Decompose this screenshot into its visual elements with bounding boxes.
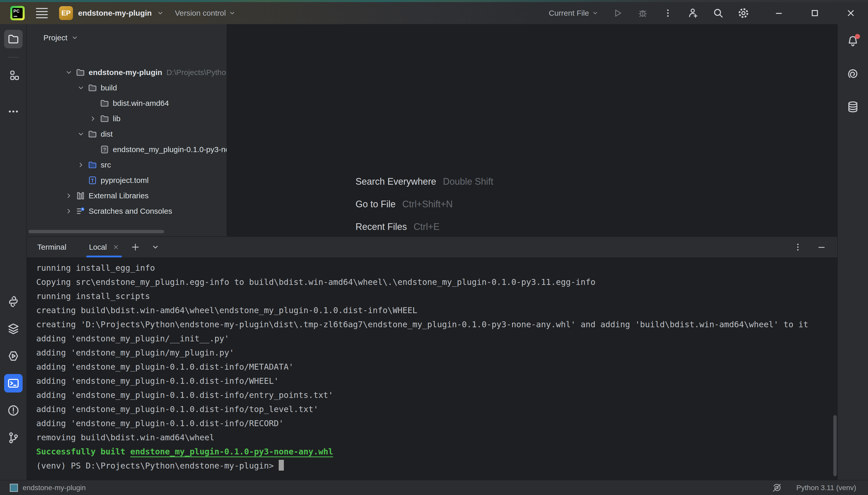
svg-text:?: ? — [103, 147, 106, 152]
terminal-line: running install_egg_info — [36, 261, 837, 275]
status-project-widget[interactable]: endstone-my-plugin — [10, 484, 86, 492]
scratches-icon — [76, 206, 85, 216]
terminal-tool-button[interactable] — [4, 374, 22, 393]
terminal-tab-dropdown-icon[interactable] — [152, 243, 159, 251]
folder-icon — [100, 99, 109, 108]
run-button[interactable] — [612, 7, 624, 19]
ai-assistant-icon — [847, 68, 859, 80]
project-tool-button[interactable] — [4, 30, 22, 48]
settings-button[interactable] — [737, 7, 749, 19]
debug-button[interactable] — [637, 7, 649, 19]
shortcut-search-everywhere: Search Everywhere Double Shift — [356, 176, 493, 187]
terminal-line: creating build\bdist.win-amd64\wheel\end… — [36, 303, 837, 318]
terminal-vertical-scrollbar[interactable] — [833, 415, 837, 476]
services-tool-button[interactable] — [4, 347, 22, 365]
terminal-tab-local[interactable]: Local — [86, 237, 121, 257]
editor-empty-state-shortcuts: Search Everywhere Double Shift Go to Fil… — [356, 176, 493, 232]
shortcut-recent-files: Recent Files Ctrl+E — [356, 221, 493, 232]
project-panel: Project endstone-my-plugin D:\Projects\P… — [27, 24, 227, 236]
terminal-success-line: Successfully built endstone_my_plugin-0.… — [36, 445, 837, 459]
tree-row-build[interactable]: build — [27, 80, 226, 96]
python-packages-tool-button[interactable] — [4, 320, 22, 338]
terminal-line: removing build\bdist.win-amd64\wheel — [36, 430, 837, 445]
folder-icon — [88, 83, 97, 92]
terminal-line: adding 'endstone_my_plugin-0.1.0.dist-in… — [36, 360, 837, 374]
tree-row-wheel-file[interactable]: ? endstone_my_plugin-0.1.0-py3-none-any.… — [27, 142, 226, 157]
tool-strip-divider — [8, 57, 19, 57]
status-bar: endstone-my-plugin Python 3.11 (venv) — [0, 480, 868, 495]
project-badge: EP — [59, 6, 73, 20]
project-tree: endstone-my-plugin D:\Projects\Python\ b… — [27, 65, 226, 219]
project-panel-header[interactable]: Project — [27, 24, 226, 42]
notifications-tool-button[interactable] — [844, 32, 862, 50]
terminal-line: running install_scripts — [36, 289, 837, 303]
tree-row-src[interactable]: src — [27, 157, 226, 173]
tree-row-lib[interactable]: lib — [27, 111, 226, 126]
tree-row-bdist-win-amd64[interactable]: bdist.win-amd64 — [27, 96, 226, 111]
database-tool-button[interactable] — [844, 98, 862, 116]
tree-row-scratches-and-consoles[interactable]: Scratches and Consoles — [27, 203, 226, 219]
tree-row-pyproject-toml[interactable]: T pyproject.toml — [27, 173, 226, 188]
close-tab-icon[interactable] — [113, 244, 119, 251]
tree-row-dist[interactable]: dist — [27, 126, 226, 142]
terminal-header: Terminal Local — [27, 237, 837, 257]
left-tool-strip — [0, 24, 27, 480]
terminal-line: adding 'endstone_my_plugin/my_plugin.py' — [36, 346, 837, 360]
status-project-icon — [10, 484, 18, 492]
source-folder-icon — [88, 160, 97, 170]
project-panel-horizontal-scrollbar[interactable] — [29, 230, 164, 233]
maximize-button[interactable] — [809, 7, 821, 19]
main-menu-button[interactable] — [36, 8, 48, 18]
tree-row-external-libraries[interactable]: External Libraries — [27, 188, 226, 203]
close-button[interactable] — [845, 7, 857, 19]
ai-assistant-tool-button[interactable] — [844, 65, 862, 83]
more-actions-button[interactable] — [662, 7, 674, 19]
notification-badge — [855, 34, 860, 39]
folder-icon — [100, 114, 109, 123]
background-window-sliver — [0, 0, 868, 2]
terminal-output[interactable]: running install_egg_info Copying src\end… — [27, 257, 837, 480]
chevron-down-icon — [65, 69, 72, 76]
terminal-cursor — [279, 460, 284, 471]
chevron-down-icon — [71, 34, 78, 41]
terminal-options-icon[interactable] — [794, 243, 802, 252]
minimize-button[interactable] — [773, 7, 785, 19]
unknown-file-icon: ? — [100, 145, 109, 154]
chevron-right-icon — [89, 115, 97, 122]
editor-area: Search Everywhere Double Shift Go to Fil… — [227, 24, 837, 236]
terminal-panel: Terminal Local running install_egg_info — [27, 236, 837, 480]
folder-icon — [88, 130, 97, 139]
terminal-line: adding 'endstone_my_plugin-0.1.0.dist-in… — [36, 388, 837, 402]
new-terminal-tab-icon[interactable] — [131, 243, 140, 252]
search-everywhere-button[interactable] — [712, 7, 724, 19]
more-tool-windows-button[interactable] — [4, 102, 22, 121]
structure-tool-button[interactable] — [4, 66, 22, 85]
library-icon — [76, 191, 85, 200]
run-configuration-selector[interactable]: Current File — [549, 9, 598, 17]
terminal-prompt-line: (venv) PS D:\Projects\Python\endstone-my… — [36, 459, 837, 473]
python-console-tool-button[interactable] — [4, 292, 22, 311]
wheel-file-link[interactable]: endstone_my_plugin-0.1.0-py3-none-any.wh… — [130, 447, 333, 457]
terminal-line: adding 'endstone_my_plugin-0.1.0.dist-in… — [36, 416, 837, 430]
code-with-me-button[interactable] — [687, 7, 699, 19]
terminal-line: adding 'endstone_my_plugin-0.1.0.dist-in… — [36, 402, 837, 416]
toml-file-icon: T — [88, 176, 97, 185]
problems-tool-button[interactable] — [4, 401, 22, 420]
chevron-right-icon — [65, 208, 72, 215]
folder-icon — [76, 68, 85, 77]
shortcut-go-to-file: Go to File Ctrl+Shift+N — [356, 199, 493, 210]
pycharm-logo-icon: PC — [10, 6, 25, 20]
chevron-down-icon — [592, 10, 598, 16]
right-tool-strip — [837, 24, 868, 480]
titlebar: PC EP endstone-my-plugin Version control… — [0, 2, 868, 24]
tree-row-project-root[interactable]: endstone-my-plugin D:\Projects\Python\ — [27, 65, 226, 80]
project-widget[interactable]: EP endstone-my-plugin — [59, 6, 164, 20]
terminal-panel-title[interactable]: Terminal — [37, 243, 66, 252]
terminal-line: adding 'endstone_my_plugin-0.1.0.dist-in… — [36, 374, 837, 388]
version-control-tool-button[interactable] — [4, 428, 22, 447]
hide-terminal-icon[interactable] — [817, 243, 826, 252]
python-interpreter-widget[interactable]: Python 3.11 (venv) — [796, 484, 856, 492]
ai-assistant-disabled-icon[interactable] — [772, 483, 782, 493]
version-control-menu[interactable]: Version control — [175, 9, 236, 17]
chevron-down-icon — [229, 10, 236, 16]
